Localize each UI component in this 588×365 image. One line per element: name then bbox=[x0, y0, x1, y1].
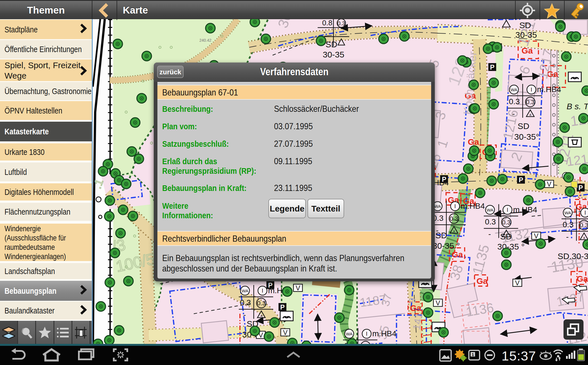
svg-text:30-35: 30-35 bbox=[515, 30, 537, 39]
svg-text:30-35°: 30-35° bbox=[514, 132, 539, 141]
svg-text:0.3: 0.3 bbox=[337, 20, 345, 26]
svg-text:30-35: 30-35 bbox=[323, 50, 344, 59]
svg-text:Ga: Ga bbox=[577, 274, 588, 283]
svg-text:240.42: 240.42 bbox=[199, 38, 211, 43]
svg-text:SD.30-35°: SD.30-35° bbox=[558, 252, 588, 261]
svg-text:1: 1 bbox=[472, 352, 474, 357]
svg-text:30-35 °: 30-35 ° bbox=[433, 241, 460, 250]
svg-text:B s. Te: B s. Te bbox=[567, 102, 588, 111]
svg-text:-: - bbox=[323, 28, 326, 36]
svg-text:SD: SD bbox=[519, 21, 531, 30]
svg-text:SD: SD bbox=[500, 232, 512, 241]
svg-text:Ga: Ga bbox=[476, 276, 488, 286]
svg-text:Ga: Ga bbox=[452, 250, 463, 259]
svg-text:SD: SD bbox=[435, 231, 447, 240]
svg-text:Ga: Ga bbox=[468, 137, 479, 146]
svg-text:SD: SD bbox=[518, 121, 529, 131]
svg-text:0.8: 0.8 bbox=[322, 19, 332, 27]
svg-text:30-35 °: 30-35 ° bbox=[497, 242, 525, 251]
svg-text:SD: SD bbox=[326, 40, 337, 49]
svg-text:Ga: Ga bbox=[410, 303, 421, 313]
